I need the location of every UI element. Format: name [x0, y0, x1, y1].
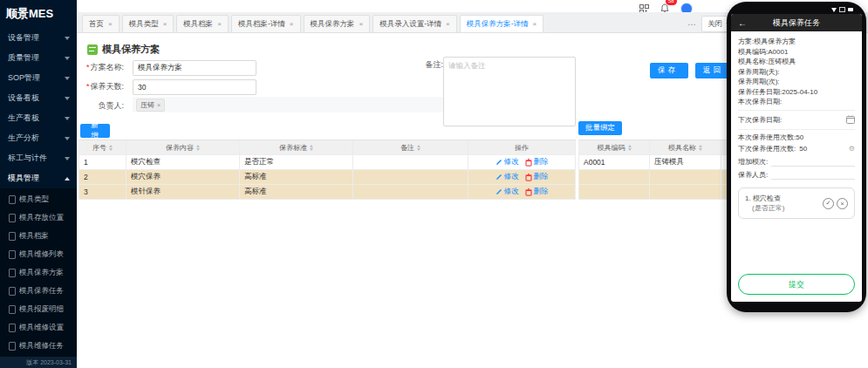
sidebar-submenu-item[interactable]: 模具存放位置 [0, 208, 77, 227]
col-remark[interactable]: 备注 [353, 140, 468, 154]
chevron-down-icon [65, 77, 70, 80]
tab-label: 模具档案-详情 [238, 19, 285, 30]
sidebar-submenu-item[interactable]: 模具维修列表 [0, 245, 77, 263]
menu-item-label: 质量管理 [8, 52, 39, 64]
battery-icon [848, 8, 853, 11]
calendar-icon[interactable] [846, 115, 855, 124]
tab[interactable]: 模具录入设置-详情 × [372, 15, 457, 32]
col-mold-code[interactable]: 模具编码 [578, 140, 650, 154]
sidebar-submenu-item[interactable]: 模具维修任务 [0, 337, 77, 355]
cross-icon[interactable]: × [837, 198, 848, 209]
tab-close-icon[interactable]: × [217, 20, 222, 28]
delete-action[interactable]: 删除 [525, 172, 549, 182]
sidebar-submenu-item[interactable]: 模具档案 [0, 227, 77, 245]
tab-close-icon[interactable]: × [108, 20, 113, 28]
app-logo: 顺景MES [0, 0, 77, 28]
sidebar-menu-item[interactable]: 设备看板 [0, 88, 77, 108]
sort-icon [417, 145, 420, 151]
document-icon [9, 195, 16, 204]
save-button[interactable]: 保存 [650, 63, 688, 78]
trash-icon [525, 174, 532, 181]
edit-action[interactable]: 修改 [496, 172, 519, 182]
tab-more-icon[interactable]: … [687, 17, 696, 27]
sidebar-menu-item[interactable]: 标工与计件 [0, 148, 77, 168]
days-input[interactable]: 30 [133, 79, 256, 95]
sidebar-submenu-item[interactable]: 模具维修设置 [0, 318, 77, 337]
tab-close-icon[interactable]: × [533, 20, 537, 28]
batch-bind-button[interactable]: 批量绑定 [578, 121, 622, 135]
add-row-button[interactable]: 新 增 [80, 124, 110, 138]
sidebar-menu-item[interactable]: 生产看板 [0, 108, 77, 128]
tab-close-icon[interactable]: × [290, 20, 294, 28]
check-icon[interactable]: ✓ [823, 198, 834, 209]
back-arrow-icon[interactable]: ← [738, 18, 747, 28]
submenu-item-label: 模具类型 [19, 194, 49, 205]
menu-item-label: 设备管理 [8, 32, 39, 44]
tag-remove-icon[interactable]: × [157, 102, 161, 108]
document-icon [9, 324, 16, 332]
tab-close-icon[interactable]: × [359, 20, 364, 28]
tab[interactable]: 首页 × [82, 15, 120, 32]
sidebar-menu-item[interactable]: 设备管理 [0, 28, 77, 48]
edit-action[interactable]: 修改 [496, 187, 519, 197]
used-count-line: 本次保养使用次数:50 [738, 133, 855, 143]
tab[interactable]: 模具档案-详情 × [231, 15, 301, 32]
edit-label: 修改 [504, 157, 519, 167]
cell-standard: 高标准 [240, 185, 353, 199]
sidebar-menu-item[interactable]: 生产分析 [0, 128, 77, 148]
chevron-down-icon [65, 97, 70, 100]
submenu-item-label: 模具维修任务 [19, 341, 64, 351]
document-icon [9, 250, 16, 259]
menu-item-label: 生产分析 [8, 133, 39, 144]
remark-textarea[interactable] [443, 57, 576, 126]
col-actions: 操作 [468, 140, 576, 154]
plan-name-input[interactable]: 模具保养方案 [133, 60, 256, 76]
delete-action[interactable]: 删除 [525, 187, 549, 197]
staff-row[interactable]: 保养人员: [738, 168, 855, 181]
edit-action[interactable]: 修改 [496, 157, 519, 167]
sidebar-menu-item[interactable]: SOP管理 [0, 68, 77, 88]
version-label: 版本 2023-03-31 [0, 357, 77, 368]
submenu-item-label: 模具存放位置 [19, 213, 64, 223]
submenu-item-label: 模具保养任务 [19, 286, 64, 296]
required-mark: * [86, 82, 90, 91]
next-date-row[interactable]: 下次保养日期: [738, 113, 855, 126]
sidebar-submenu-item[interactable]: 模具报废明细 [0, 300, 77, 318]
sidebar-submenu-item[interactable]: 模具类型 [0, 190, 77, 208]
sidebar-submenu-item[interactable]: 模具保养方案 [0, 263, 77, 282]
sidebar-menu-item[interactable]: 质量管理 [0, 48, 77, 68]
required-mark: * [86, 63, 90, 72]
sidebar-menu: 设备管理 质量管理 SOP管理 设备看板 [0, 28, 77, 188]
delete-action[interactable]: 删除 [525, 157, 549, 167]
tab-close-icon[interactable]: × [163, 20, 167, 28]
tab[interactable]: 模具保养方案-详情 × [460, 15, 544, 32]
col-standard[interactable]: 保养标准 [240, 140, 353, 154]
next-count-row[interactable]: 下次保养使用次数: 50 ⚙ [738, 142, 855, 155]
document-icon [9, 232, 16, 241]
menu-item-label: SOP管理 [8, 72, 40, 84]
col-mold-name[interactable]: 模具名称 [650, 140, 721, 154]
staff-input[interactable] [771, 170, 855, 180]
phone-navbar: ← 模具保养任务 [731, 14, 862, 31]
submit-button[interactable]: 提交 [738, 274, 855, 295]
tab-label: 模具档案 [183, 19, 213, 30]
next-count-value[interactable]: 50 [799, 145, 807, 153]
tab[interactable]: 模具保养方案 × [304, 15, 371, 32]
wifi-icon [839, 7, 845, 12]
add-count-input[interactable] [771, 157, 855, 167]
signal-icon [831, 8, 837, 12]
gear-icon[interactable]: ⚙ [849, 145, 855, 153]
submenu-item-label: 模具维修设置 [19, 323, 64, 333]
tab[interactable]: 模具类型 × [122, 15, 174, 32]
add-count-row[interactable]: 增加模次: [738, 155, 855, 168]
phone-title: 模具保养任务 [773, 17, 820, 29]
sidebar-submenu-item[interactable]: 模具保养任务 [0, 282, 77, 300]
tab[interactable]: 模具档案 × [176, 15, 229, 32]
sidebar-menu-item[interactable]: 模具管理 [0, 168, 77, 188]
tab-close-icon[interactable]: × [446, 20, 450, 28]
col-no[interactable]: 序号 [79, 140, 126, 154]
edit-label: 修改 [504, 187, 519, 197]
task-item-title: 1. 模穴检查 [745, 194, 784, 203]
col-content[interactable]: 保养内容 [126, 140, 240, 154]
owner-tag-label: 压铸 [140, 100, 154, 110]
